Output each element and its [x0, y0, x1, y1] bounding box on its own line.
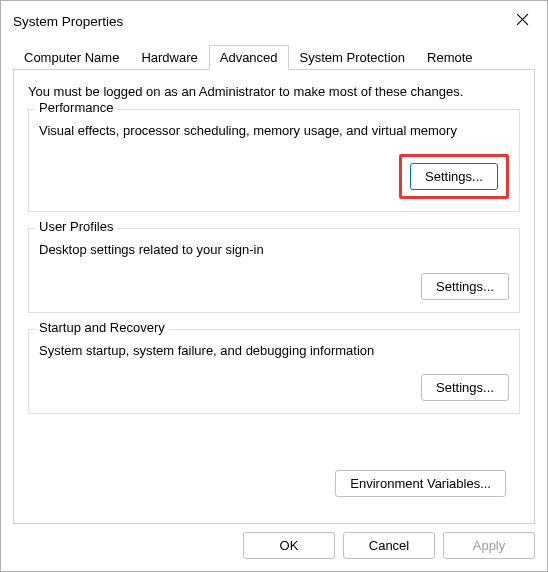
intro-text: You must be logged on as an Administrato… — [28, 84, 520, 99]
dialog-button-row: OK Cancel Apply — [1, 524, 547, 571]
user-profiles-group: User Profiles Desktop settings related t… — [28, 228, 520, 313]
ok-button[interactable]: OK — [243, 532, 335, 559]
performance-group: Performance Visual effects, processor sc… — [28, 109, 520, 212]
tab-computer-name[interactable]: Computer Name — [13, 45, 130, 69]
tab-remote[interactable]: Remote — [416, 45, 484, 69]
cancel-button[interactable]: Cancel — [343, 532, 435, 559]
startup-recovery-title: Startup and Recovery — [35, 320, 169, 335]
apply-button[interactable]: Apply — [443, 532, 535, 559]
environment-variables-row: Environment Variables... — [28, 470, 506, 497]
tab-system-protection[interactable]: System Protection — [289, 45, 417, 69]
close-button[interactable] — [509, 8, 535, 34]
startup-recovery-desc: System startup, system failure, and debu… — [39, 343, 509, 358]
tab-strip: Computer Name Hardware Advanced System P… — [13, 45, 535, 69]
tab-hardware[interactable]: Hardware — [130, 45, 208, 69]
performance-settings-highlight: Settings... — [399, 154, 509, 199]
titlebar: System Properties — [1, 1, 547, 39]
system-properties-window: System Properties Computer Name Hardware… — [0, 0, 548, 572]
user-profiles-settings-button[interactable]: Settings... — [421, 273, 509, 300]
content-area: Computer Name Hardware Advanced System P… — [1, 39, 547, 524]
startup-recovery-settings-button[interactable]: Settings... — [421, 374, 509, 401]
startup-recovery-group: Startup and Recovery System startup, sys… — [28, 329, 520, 414]
performance-desc: Visual effects, processor scheduling, me… — [39, 123, 509, 138]
window-title: System Properties — [13, 14, 123, 29]
tab-panel-advanced: You must be logged on as an Administrato… — [13, 69, 535, 524]
tab-advanced[interactable]: Advanced — [209, 45, 289, 70]
close-icon — [516, 13, 529, 29]
performance-settings-button[interactable]: Settings... — [410, 163, 498, 190]
performance-title: Performance — [35, 100, 117, 115]
user-profiles-title: User Profiles — [35, 219, 117, 234]
environment-variables-button[interactable]: Environment Variables... — [335, 470, 506, 497]
user-profiles-desc: Desktop settings related to your sign-in — [39, 242, 509, 257]
